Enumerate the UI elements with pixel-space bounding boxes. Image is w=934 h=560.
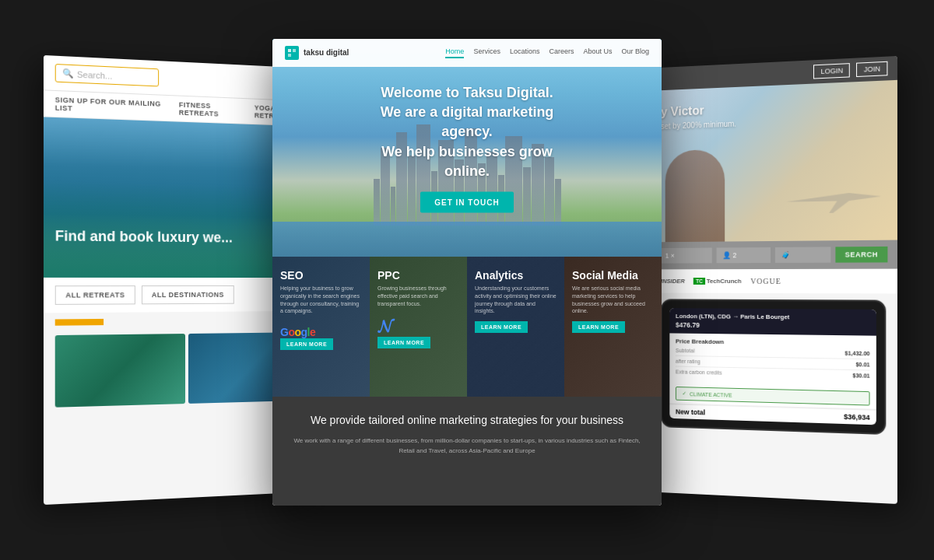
taksu-hero-content: Welcome to Taksu Digital. We are a digit… <box>370 83 564 213</box>
nav-locations[interactable]: Locations <box>510 47 540 58</box>
social-description: We are serious social media marketing se… <box>572 285 654 315</box>
flight-search-3[interactable]: 🧳 <box>775 247 830 263</box>
techcrunch-logo: TC TechCrunch <box>693 278 741 285</box>
taksu-bottom-section: We provide tailored online marketing str… <box>272 397 662 506</box>
taksu-hero-image: Welcome to Taksu Digital. We are a digit… <box>272 39 662 257</box>
person-silhouette <box>665 149 725 242</box>
service-card-seo: SEO Helping your business to grow organi… <box>272 257 370 397</box>
phone-row-subtotal: Subtotal $1,432.00 <box>676 348 870 359</box>
get-in-touch-button[interactable]: GET IN TOUCH <box>420 191 513 212</box>
social-title: Social Media <box>572 269 654 282</box>
taksu-bottom-text: We work with a range of different busine… <box>288 436 646 457</box>
total-value: $36,934 <box>844 413 869 422</box>
flight-search-button[interactable]: SEARCH <box>835 247 887 263</box>
left-nav-fitness[interactable]: FITNESS RETREATS <box>179 101 247 119</box>
taksu-bottom-headline: We provide tailored online marketing str… <box>288 412 646 429</box>
nav-about[interactable]: About Us <box>583 47 612 58</box>
all-retreats-button[interactable]: ALL RETREATS <box>55 285 135 305</box>
ppc-n-logo: 𝓝 <box>377 317 459 337</box>
card-center-taksu: taksu digital Home Services Locations Ca… <box>272 39 662 506</box>
plane-silhouette <box>786 184 881 218</box>
phone-row-carbon: Extra carbon credits $30.01 <box>676 369 870 380</box>
right-hero-area: y Victor set by 200% minimum. <box>651 80 897 243</box>
insider-logo: INSIDER <box>661 278 685 285</box>
left-thumb-1 <box>55 334 185 408</box>
left-hero-text: Find and book luxury we... <box>55 227 233 247</box>
price-breakdown-title: Price Breakdown <box>676 338 870 348</box>
flight-search-2[interactable]: 👤 2 <box>717 247 771 263</box>
service-card-ppc: PPC Growing businesses through effective… <box>370 257 467 397</box>
phone-route: London (LTN), CDG → Paris Le Bourget <box>676 313 870 321</box>
svg-rect-0 <box>288 49 291 52</box>
climate-badge: ✓ CLIMATE ACTIVE <box>676 387 870 406</box>
taksu-logo: taksu digital <box>285 46 349 60</box>
nav-blog[interactable]: Our Blog <box>621 47 649 58</box>
phone-screen: London (LTN), CDG → Paris Le Bourget $47… <box>669 308 876 425</box>
seo-title: SEO <box>280 269 362 282</box>
left-search-box[interactable]: 🔍 Search... <box>55 64 159 86</box>
taksu-nav-links: Home Services Locations Careers About Us… <box>445 47 649 58</box>
scene: 🔍 Search... Sign up for our mailing list… <box>0 0 934 560</box>
analytics-description: Understanding your customers activity an… <box>475 285 557 315</box>
service-card-analytics: Analytics Understanding your customers a… <box>467 257 564 397</box>
ppc-description: Growing businesses through effective pai… <box>377 285 459 307</box>
search-icon: 🔍 <box>62 68 74 79</box>
analytics-learn-more-button[interactable]: LEARN MORE <box>475 321 528 333</box>
nav-careers[interactable]: Careers <box>549 47 574 58</box>
hero-tagline: set by 200% minimum. <box>661 120 736 131</box>
right-search-area: 1 × 👤 2 🧳 SEARCH <box>651 240 897 270</box>
phone-body: Price Breakdown Subtotal $1,432.00 after… <box>669 333 876 388</box>
join-button[interactable]: JOIN <box>857 61 888 77</box>
all-destinations-button[interactable]: ALL DESTINATIONS <box>142 285 234 304</box>
logo-icon-square <box>285 46 299 60</box>
flight-search-1[interactable]: 1 × <box>659 248 712 264</box>
phone-header: London (LTN), CDG → Paris Le Bourget $47… <box>669 308 876 336</box>
phone-row-rating: after rating $0.01 <box>676 359 870 371</box>
taksu-water <box>272 222 662 257</box>
phone-mockup: London (LTN), CDG → Paris Le Bourget $47… <box>661 299 886 435</box>
media-logos-row: INSIDER TC TechCrunch VOGUE <box>651 269 897 294</box>
vogue-logo: VOGUE <box>750 277 781 285</box>
analytics-title: Analytics <box>475 269 557 282</box>
hero-name: y Victor <box>661 103 736 119</box>
taksu-headline: Welcome to Taksu Digital. We are a digit… <box>370 83 564 181</box>
seo-learn-more-button[interactable]: LEARN MORE <box>280 338 333 350</box>
phone-total-row: New total $36,934 <box>669 403 876 425</box>
card-right-travel: LOGIN JOIN y Victor set by 200% minimum.… <box>651 56 897 504</box>
logo-text: taksu digital <box>304 48 349 58</box>
total-label: New total <box>676 408 705 416</box>
taksu-navbar: taksu digital Home Services Locations Ca… <box>272 39 662 67</box>
left-orange-bar <box>55 319 104 326</box>
service-card-social: Social Media We are serious social media… <box>564 257 662 397</box>
social-learn-more-button[interactable]: LEARN MORE <box>572 321 625 333</box>
services-grid: SEO Helping your business to grow organi… <box>272 257 662 397</box>
login-button[interactable]: LOGIN <box>813 63 850 79</box>
seo-description: Helping your business to grow organicall… <box>280 285 362 315</box>
nav-home[interactable]: Home <box>445 47 464 58</box>
ppc-title: PPC <box>377 269 459 282</box>
ppc-learn-more-button[interactable]: LEARN MORE <box>377 337 430 348</box>
svg-rect-1 <box>293 49 296 52</box>
climate-check-icon: ✓ <box>682 390 686 397</box>
google-logo: Google <box>280 326 362 338</box>
phone-price: $476.79 <box>676 321 870 331</box>
right-hero-text: y Victor set by 200% minimum. <box>661 103 736 131</box>
svg-rect-2 <box>288 54 291 57</box>
nav-services[interactable]: Services <box>473 47 500 58</box>
left-nav-mailing: Sign up for our mailing list <box>55 96 171 116</box>
search-placeholder-text: Search... <box>77 69 112 80</box>
